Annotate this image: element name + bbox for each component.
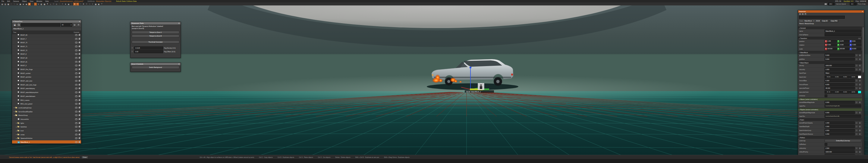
visibility-eye-icon[interactable] [75,61,78,63]
visibility-eye-icon[interactable] [75,73,78,74]
physics-toggle-icon[interactable]: × [85,3,88,5]
increment-button[interactable]: + [858,79,861,82]
filter-dropdown[interactable]: All▾ [61,23,72,27]
section-header-waterblock[interactable]: ▾WaterBlock [798,51,862,54]
increment-button[interactable]: + [858,58,861,61]
decrement-button[interactable]: - [855,101,858,104]
visibility-eye-icon[interactable] [75,91,78,93]
visibility-eye-icon[interactable] [75,53,78,55]
a-channel-field[interactable]: A:255 [849,90,858,93]
fog-density-stepper[interactable]: ▲▼ [132,47,133,49]
lock-icon[interactable] [79,123,80,124]
increment-button[interactable]: + [858,121,861,125]
help-icon[interactable]: ? [804,13,807,15]
rotate-gizmo-icon[interactable]: ↻ [37,3,40,5]
visibility-eye-icon[interactable] [75,137,78,139]
lock-icon[interactable] [79,80,80,82]
dropdown-field[interactable]: Water [825,72,861,75]
number-input[interactable]: 2.000 [825,125,855,128]
local-transform-icon[interactable]: ⊥ [49,3,52,5]
chevron-icon[interactable]: ▸ [16,126,18,128]
visibility-eye-icon[interactable] [75,34,78,36]
snap-to-terrain-icon[interactable]: ▼ [46,3,49,5]
z-axis-field[interactable]: Z-0.000 [849,44,861,47]
number-input[interactable]: 0.500 [825,129,855,132]
decrement-button[interactable]: - [855,79,858,82]
toggle-fog-icon[interactable]: ≈ [76,3,79,5]
tree-row-WaterBlock_1[interactable]: WaterBlock_1 [12,140,81,143]
copy-icon[interactable]: ▣ [19,3,22,5]
tree-row-BNGP_waterfallspray[interactable]: BNGP_waterfallspray [12,87,81,91]
checkbox[interactable] [825,143,827,146]
lock-icon[interactable] [79,92,80,93]
number-input[interactable]: 1000.000 [825,64,855,67]
text-input[interactable] [825,33,861,36]
increment-button[interactable]: + [858,125,861,128]
picker-button[interactable]: DefaultSkyCubemap [825,139,861,142]
tree-row-BNGP_utah_dust[interactable]: BNGP_utah_dust [12,79,81,83]
lock-icon[interactable] [79,88,80,89]
visibility-eye-icon[interactable] [75,103,78,105]
b-channel-field[interactable]: B:255 [841,76,849,79]
section-more-button[interactable]: … [858,37,861,39]
inspector-search-input[interactable] [799,16,845,19]
help-button[interactable]: ? [77,23,80,27]
redo-icon[interactable]: ↷ [13,3,16,5]
lock-icon[interactable] [79,111,80,112]
refresh-icon[interactable]: ↻ [802,13,804,15]
checkbox[interactable] [825,94,827,97]
increment-button[interactable]: + [858,147,861,150]
tree-row-BNGP_81[interactable]: BNGP_81 [12,60,81,64]
center-pivot-icon[interactable]: ⊙ [55,3,58,5]
number-input[interactable]: 1.000 [825,68,855,71]
tree-row-BNGP_Fire_Huge[interactable]: BNGP_Fire_Huge [12,67,81,72]
lock-selection-icon[interactable]: ⊙ [799,13,801,15]
tree-row-ServerDecalRoadSet[interactable]: ▸ServerDecalRoadSet [12,110,81,114]
undo-icon[interactable]: ↶ [10,3,13,5]
copy-id-button[interactable]: Copy ID [821,19,829,22]
decrement-button[interactable]: - [855,133,858,136]
increment-button[interactable]: + [858,64,861,67]
y-axis-field[interactable]: Y-0.000 [837,44,849,47]
visibility-eye-icon[interactable] [75,46,78,47]
filter-options-button[interactable]: ◎ [73,23,76,27]
section-header-reflect[interactable]: ▾Reflect [798,136,862,139]
camera-speed-input[interactable]: 16.0 [828,3,835,5]
time-of-day-input[interactable]: 0.0 [850,3,857,5]
showroom-titlebar[interactable]: Showroom Tools ✕ [130,22,181,24]
decrement-button[interactable]: - [855,58,858,61]
increment-button[interactable]: + [858,150,861,153]
increment-button[interactable]: + [858,129,861,132]
tree-row-BNGP_7[interactable]: BNGP_7 [12,37,81,41]
close-icon[interactable]: ✕ [862,10,863,13]
number-input[interactable]: 48.000 [825,87,855,90]
toggle-visualization-icon[interactable]: ● [73,3,76,5]
tree-row-BNGP_8[interactable]: BNGP_8 [12,52,81,56]
decrement-button[interactable]: - [855,111,858,114]
visibility-eye-icon[interactable] [75,130,78,132]
chevron-icon[interactable]: ▸ [16,134,18,135]
scrollbar-thumb[interactable] [863,27,864,73]
switch-background-button[interactable]: Switch Background [132,66,179,69]
visibility-eye-icon[interactable] [75,50,78,51]
terrain-tool-icon[interactable]: ▲ [64,3,67,5]
section-header-transform[interactable]: ▾Transform… [798,37,862,39]
increment-button[interactable]: + [858,68,861,71]
tree-row-backdrop[interactable]: ▸backdrop [12,125,81,129]
fog-offset-stepper[interactable]: ▲▼ [132,50,133,53]
add-folder-button[interactable]: ▣ [13,23,17,27]
decrement-button[interactable]: - [855,54,858,57]
file-path-input[interactable]: /core/art/water/foam.dds [825,115,861,118]
scale-gizmo-icon[interactable]: ◧ [40,3,43,5]
screenshot-tool-icon[interactable]: ▣ [97,3,100,5]
lock-icon[interactable] [79,61,80,62]
lock-icon[interactable] [79,84,80,85]
tree-row-BNGP_80[interactable]: BNGP_80 [12,56,81,60]
visibility-eye-icon[interactable] [75,76,78,78]
teleport-zone-b-button[interactable]: Teleport to Zone B [132,34,179,37]
magnet-snap-icon[interactable]: ≈ [61,3,64,5]
close-icon[interactable]: ✕ [79,20,80,23]
inspector-titlebar[interactable]: Inspector ✕ [798,10,864,13]
new-level-icon[interactable]: ▤ [1,3,4,5]
teleport-zone-a-button[interactable]: Teleport to Zone A [132,31,179,34]
